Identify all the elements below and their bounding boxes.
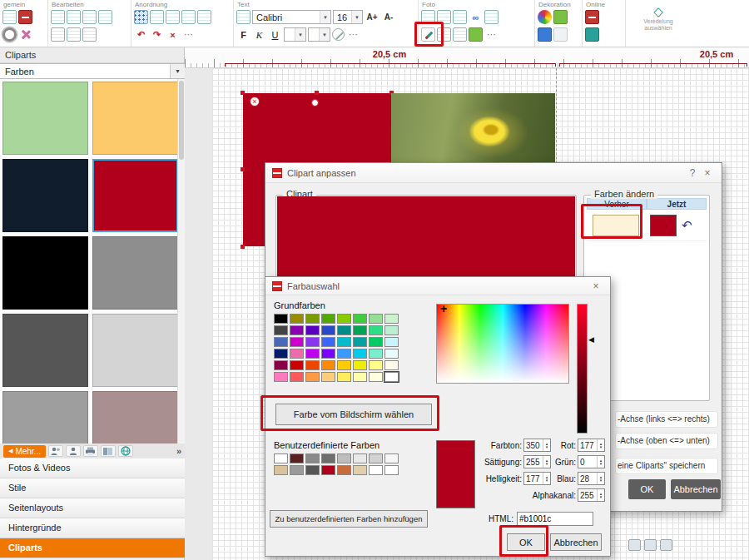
font-family-select[interactable]: Calibri ▼ [252, 10, 331, 24]
spin-down-icon[interactable]: ▾ [600, 445, 603, 448]
color-swatch[interactable] [2, 159, 88, 232]
help-button[interactable]: ? [685, 167, 700, 179]
color-swatch[interactable] [321, 372, 335, 382]
color-swatch[interactable] [384, 314, 399, 324]
color-swatch[interactable] [337, 465, 351, 475]
spin-down-icon[interactable]: ▾ [600, 462, 603, 465]
brightness-slider[interactable] [577, 304, 588, 434]
hue-spinner[interactable]: 350 ▴▾ [523, 439, 551, 452]
pick-screen-color-button[interactable]: Farbe vom Bildschirm wählen [275, 404, 432, 425]
color-swatch[interactable] [369, 314, 383, 324]
blue-spinner[interactable]: 28 ▴▾ [578, 472, 605, 485]
html-color-input[interactable] [517, 512, 593, 526]
resize-handle[interactable] [241, 245, 245, 249]
duplicate-icon[interactable] [51, 27, 65, 42]
color-swatch[interactable] [274, 349, 288, 359]
color-swatch[interactable] [321, 465, 335, 475]
color-swatch[interactable] [353, 325, 367, 335]
link-icon[interactable]: ∞ [469, 10, 483, 24]
spin-down-icon[interactable]: ▾ [546, 462, 548, 465]
color-swatch[interactable] [305, 372, 320, 382]
color-swatch[interactable] [384, 360, 399, 370]
before-color-swatch[interactable] [593, 215, 639, 236]
color-crosshair[interactable]: + [440, 302, 447, 315]
color-swatch[interactable] [305, 349, 320, 359]
color-swatch[interactable] [92, 314, 178, 387]
color-swatch[interactable] [369, 349, 383, 359]
color-swatch[interactable] [274, 325, 288, 335]
color-swatch[interactable] [369, 337, 383, 347]
alignment-select[interactable]: ▼ [308, 27, 330, 42]
color-swatch[interactable] [384, 465, 399, 475]
page-icon[interactable] [660, 539, 672, 551]
italic-button[interactable]: K [252, 27, 266, 42]
color-swatch[interactable] [2, 391, 88, 444]
color-swatch[interactable] [290, 360, 304, 370]
color-swatch[interactable] [274, 337, 288, 347]
sidebar-nav-stile[interactable]: Stile [0, 478, 185, 498]
more-arrangement-icon[interactable]: ⋯ [181, 27, 196, 42]
dialog-titlebar[interactable]: Farbauswahl × [265, 277, 610, 295]
color-swatch[interactable] [353, 453, 367, 463]
eraser-icon[interactable] [82, 27, 97, 42]
color-swatch[interactable] [321, 314, 335, 324]
globe-icon[interactable] [118, 445, 133, 457]
color-swatch[interactable] [321, 337, 335, 347]
sidebar-nav-hintergr-nde[interactable]: Hintergründe [0, 518, 185, 538]
page-icon[interactable] [644, 539, 657, 551]
spin-down-icon[interactable]: ▾ [600, 495, 603, 498]
clipboard-icon[interactable] [67, 27, 81, 42]
clipart-cancel-button[interactable]: Abbrechen [671, 479, 721, 499]
color-swatch[interactable] [369, 325, 383, 335]
undo-icon[interactable]: ↶ [134, 27, 148, 42]
upload-icon[interactable] [585, 10, 599, 24]
crop-icon[interactable] [484, 10, 499, 24]
saturation-spinner[interactable]: 255 ▴▾ [523, 455, 551, 468]
color-ok-button[interactable]: OK [507, 533, 545, 551]
color-swatch[interactable] [290, 372, 304, 382]
color-swatch[interactable] [384, 337, 399, 347]
alpha-spinner[interactable]: 255 ▴▾ [578, 488, 605, 502]
scrollbar-thumb[interactable] [179, 81, 184, 160]
color-cancel-button[interactable]: Abbrechen [550, 533, 602, 551]
color-swatch[interactable] [2, 82, 88, 155]
flower-photo-object[interactable] [391, 93, 555, 166]
brightness-spinner[interactable]: 177 ▴▾ [523, 472, 551, 485]
color-swatch[interactable] [290, 349, 304, 359]
color-swatch[interactable] [369, 360, 383, 370]
delete-handle-icon[interactable]: × [250, 97, 260, 107]
color-swatch[interactable] [384, 349, 399, 359]
copy-icon[interactable] [67, 10, 81, 24]
share-people-icon[interactable] [48, 445, 63, 457]
reset-color-icon[interactable]: ↶ [682, 218, 692, 233]
person-icon[interactable] [66, 445, 81, 457]
color-swatch[interactable] [369, 465, 383, 475]
resize-handle[interactable] [241, 167, 245, 171]
color-swatch[interactable] [384, 372, 399, 382]
edit-photo-icon[interactable] [421, 27, 435, 42]
close-button[interactable]: × [700, 167, 715, 179]
redo-icon[interactable]: ↷ [150, 27, 164, 42]
color-swatch[interactable] [274, 314, 288, 324]
photo-border-icon[interactable] [469, 27, 483, 42]
color-swatch[interactable] [92, 236, 178, 310]
slider-arrow-icon[interactable]: ◀ [588, 335, 594, 344]
color-swatch[interactable] [384, 325, 399, 335]
grow-font-button[interactable]: A+ [365, 12, 379, 22]
color-swatch[interactable] [274, 360, 288, 370]
grid-off-icon[interactable]: × [166, 27, 180, 42]
color-swatch[interactable] [353, 349, 367, 359]
color-swatch[interactable] [305, 453, 320, 463]
align-icon[interactable] [150, 10, 164, 24]
group-objects-icon[interactable] [166, 10, 180, 24]
sidebar-nav-fotos-videos[interactable]: Fotos & Videos [0, 458, 185, 478]
sidebar-nav-cliparts[interactable]: Cliparts [0, 538, 185, 558]
clipart-ok-button[interactable]: OK [628, 479, 666, 499]
color-swatch[interactable] [353, 337, 367, 347]
mirror-x-option[interactable]: -Achse (links <=> rechts) [615, 411, 718, 428]
color-swatch[interactable] [290, 314, 304, 324]
color-swatch[interactable] [353, 372, 367, 382]
book-icon[interactable] [101, 445, 116, 457]
color-swatch[interactable] [305, 314, 320, 324]
category-dropdown[interactable]: Farben ▼ [0, 63, 185, 79]
